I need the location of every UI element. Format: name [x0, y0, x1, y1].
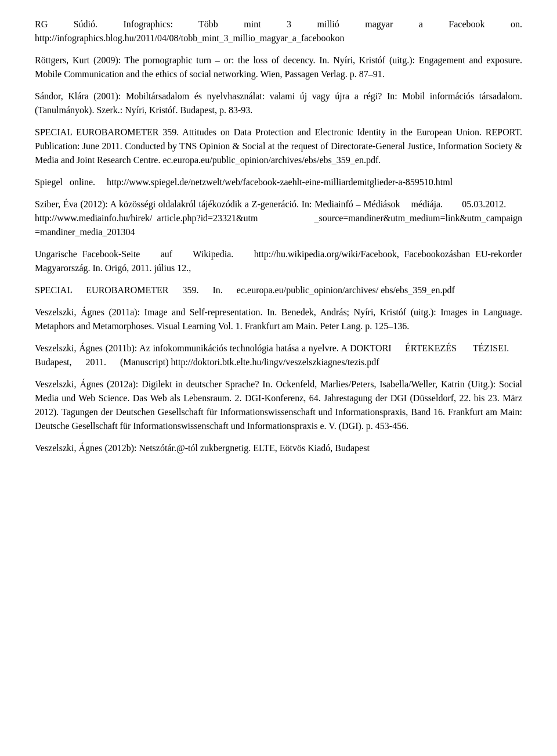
- reference-text: Sándor, Klára (2001): Mobiltársadalom és…: [35, 89, 522, 117]
- reference-item: Sándor, Klára (2001): Mobiltársadalom és…: [35, 89, 522, 117]
- reference-item: Sziber, Éva (2012): A közösségi oldalakr…: [35, 197, 522, 239]
- reference-item: Veszelszki, Ágnes (2012b): Netszótár.@-t…: [35, 441, 522, 455]
- reference-item: Veszelszki, Ágnes (2011a): Image and Sel…: [35, 305, 522, 333]
- references-list: RG Súdió. Infographics: Több mint 3 mill…: [35, 17, 522, 455]
- reference-text: Ungarische Facebook-Seite auf Wikipedia.…: [35, 247, 522, 275]
- reference-item: Röttgers, Kurt (2009): The pornographic …: [35, 53, 522, 81]
- reference-item: Ungarische Facebook-Seite auf Wikipedia.…: [35, 247, 522, 275]
- reference-text: RG Súdió. Infographics: Több mint 3 mill…: [35, 17, 522, 45]
- reference-item: Spiegel online. http://www.spiegel.de/ne…: [35, 175, 522, 189]
- reference-text: Veszelszki, Ágnes (2011a): Image and Sel…: [35, 305, 522, 333]
- reference-item: Veszelszki, Ágnes (2011b): Az infokommun…: [35, 341, 522, 369]
- reference-text: Sziber, Éva (2012): A közösségi oldalakr…: [35, 197, 522, 239]
- reference-text: SPECIAL EUROBAROMETER 359. Attitudes on …: [35, 125, 522, 167]
- reference-item: RG Súdió. Infographics: Több mint 3 mill…: [35, 17, 522, 45]
- reference-text: Veszelszki, Ágnes (2011b): Az infokommun…: [35, 341, 522, 369]
- reference-item: Veszelszki, Ágnes (2012a): Digilekt in d…: [35, 377, 522, 433]
- reference-item: SPECIAL EUROBAROMETER 359. In. ec.europa…: [35, 283, 522, 297]
- reference-text: SPECIAL EUROBAROMETER 359. In. ec.europa…: [35, 283, 522, 297]
- reference-text: Veszelszki, Ágnes (2012b): Netszótár.@-t…: [35, 441, 522, 455]
- reference-text: Veszelszki, Ágnes (2012a): Digilekt in d…: [35, 377, 522, 433]
- reference-text: Röttgers, Kurt (2009): The pornographic …: [35, 53, 522, 81]
- reference-item: SPECIAL EUROBAROMETER 359. Attitudes on …: [35, 125, 522, 167]
- reference-text: Spiegel online. http://www.spiegel.de/ne…: [35, 175, 522, 189]
